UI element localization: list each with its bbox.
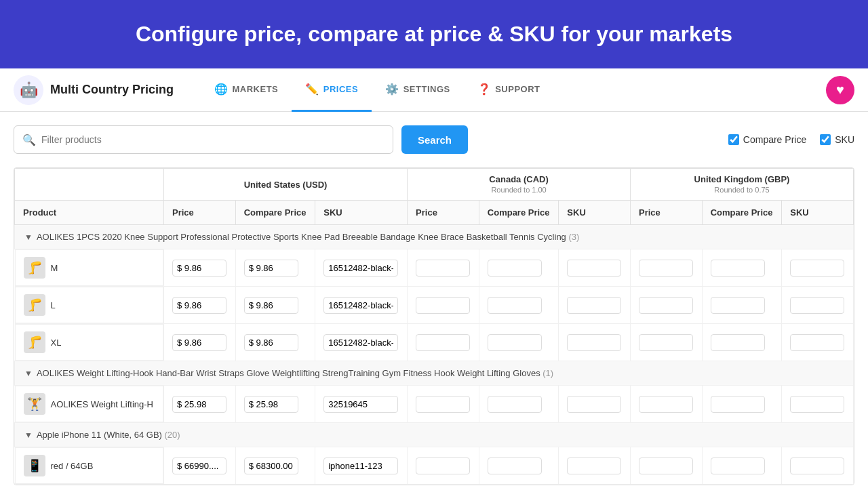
ca-price-cell[interactable] (408, 386, 479, 423)
us-compare-cell[interactable] (235, 287, 315, 324)
sku-checkbox-input[interactable] (820, 134, 831, 145)
uk-price-input[interactable] (639, 396, 693, 413)
ca-compare-input[interactable] (488, 334, 542, 351)
uk-compare-cell[interactable] (702, 324, 782, 361)
us-compare-input[interactable] (244, 458, 298, 474)
uk-sku-cell[interactable] (782, 324, 854, 361)
sku-checkbox[interactable]: SKU (820, 134, 854, 145)
uk-price-cell[interactable] (631, 287, 703, 324)
nav-item-support[interactable]: ❓ SUPPORT (464, 68, 554, 112)
ca-sku-cell[interactable] (559, 249, 631, 287)
ca-price-input[interactable] (416, 458, 470, 474)
ca-price-cell[interactable] (408, 287, 479, 324)
uk-compare-cell[interactable] (702, 447, 782, 485)
uk-sku-input[interactable] (790, 458, 844, 474)
us-sku-input[interactable] (323, 396, 398, 413)
us-compare-input[interactable] (244, 396, 298, 413)
ca-sku-input[interactable] (567, 458, 621, 474)
us-price-cell[interactable] (164, 287, 236, 324)
us-sku-cell[interactable] (315, 386, 408, 423)
uk-price-input[interactable] (639, 334, 693, 351)
uk-compare-cell[interactable] (702, 249, 782, 287)
us-price-input[interactable] (172, 396, 226, 413)
uk-price-cell[interactable] (631, 249, 703, 287)
ca-compare-input[interactable] (488, 260, 542, 277)
us-sku-input[interactable] (323, 297, 398, 314)
us-compare-cell[interactable] (235, 324, 315, 361)
heart-button[interactable]: ♥ (826, 76, 854, 104)
ca-sku-cell[interactable] (559, 447, 631, 485)
uk-price-input[interactable] (639, 297, 693, 314)
ca-compare-input[interactable] (488, 396, 542, 413)
nav-item-settings[interactable]: ⚙️ SETTINGS (372, 68, 464, 112)
us-price-input[interactable] (172, 297, 226, 314)
us-sku-cell[interactable] (315, 249, 408, 287)
nav-item-prices[interactable]: ✏️ PRICES (292, 68, 372, 112)
uk-sku-input[interactable] (790, 260, 844, 277)
group-chevron-1[interactable]: ▼ (24, 369, 33, 378)
compare-price-checkbox-input[interactable] (728, 134, 739, 145)
uk-compare-input[interactable] (711, 334, 765, 351)
ca-price-input[interactable] (416, 396, 470, 413)
ca-compare-cell[interactable] (479, 386, 559, 423)
uk-price-cell[interactable] (631, 447, 703, 485)
ca-compare-cell[interactable] (479, 287, 559, 324)
ca-sku-cell[interactable] (559, 324, 631, 361)
uk-compare-input[interactable] (711, 260, 765, 277)
ca-sku-input[interactable] (567, 396, 621, 413)
us-compare-input[interactable] (244, 334, 298, 351)
us-sku-cell[interactable] (315, 324, 408, 361)
uk-price-cell[interactable] (631, 324, 703, 361)
search-input[interactable] (41, 134, 384, 145)
search-button[interactable]: Search (401, 125, 468, 154)
uk-sku-cell[interactable] (782, 287, 854, 324)
group-chevron-2[interactable]: ▼ (24, 430, 33, 440)
us-price-input[interactable] (172, 260, 226, 277)
uk-compare-input[interactable] (711, 297, 765, 314)
nav-item-markets[interactable]: 🌐 MARKETS (201, 68, 292, 112)
us-sku-cell[interactable] (315, 287, 408, 324)
ca-sku-cell[interactable] (559, 386, 631, 423)
us-sku-input[interactable] (323, 334, 398, 351)
uk-sku-input[interactable] (790, 396, 844, 413)
uk-compare-input[interactable] (711, 396, 765, 413)
ca-sku-input[interactable] (567, 260, 621, 277)
us-sku-input[interactable] (323, 260, 398, 277)
uk-compare-cell[interactable] (702, 287, 782, 324)
uk-sku-input[interactable] (790, 297, 844, 314)
uk-compare-input[interactable] (711, 458, 765, 474)
us-compare-cell[interactable] (235, 447, 315, 485)
uk-sku-input[interactable] (790, 334, 844, 351)
uk-compare-cell[interactable] (702, 386, 782, 423)
us-price-cell[interactable] (164, 447, 236, 485)
us-sku-input[interactable] (323, 458, 398, 474)
us-price-input[interactable] (172, 458, 226, 474)
ca-price-input[interactable] (416, 260, 470, 277)
ca-price-cell[interactable] (408, 249, 479, 287)
us-compare-input[interactable] (244, 260, 298, 277)
uk-price-cell[interactable] (631, 386, 703, 423)
ca-compare-cell[interactable] (479, 249, 559, 287)
ca-compare-input[interactable] (488, 458, 542, 474)
uk-sku-cell[interactable] (782, 386, 854, 423)
uk-sku-cell[interactable] (782, 249, 854, 287)
us-price-cell[interactable] (164, 249, 236, 287)
uk-price-input[interactable] (639, 458, 693, 474)
ca-sku-input[interactable] (567, 297, 621, 314)
uk-price-input[interactable] (639, 260, 693, 277)
ca-compare-input[interactable] (488, 297, 542, 314)
uk-sku-cell[interactable] (782, 447, 854, 485)
ca-compare-cell[interactable] (479, 447, 559, 485)
us-price-cell[interactable] (164, 324, 236, 361)
us-price-cell[interactable] (164, 386, 236, 423)
ca-price-cell[interactable] (408, 447, 479, 485)
us-compare-input[interactable] (244, 297, 298, 314)
ca-compare-cell[interactable] (479, 324, 559, 361)
ca-sku-input[interactable] (567, 334, 621, 351)
us-compare-cell[interactable] (235, 386, 315, 423)
us-sku-cell[interactable] (315, 447, 408, 485)
group-chevron-0[interactable]: ▼ (24, 232, 33, 242)
ca-sku-cell[interactable] (559, 287, 631, 324)
compare-price-checkbox[interactable]: Compare Price (728, 134, 806, 145)
ca-price-cell[interactable] (408, 324, 479, 361)
